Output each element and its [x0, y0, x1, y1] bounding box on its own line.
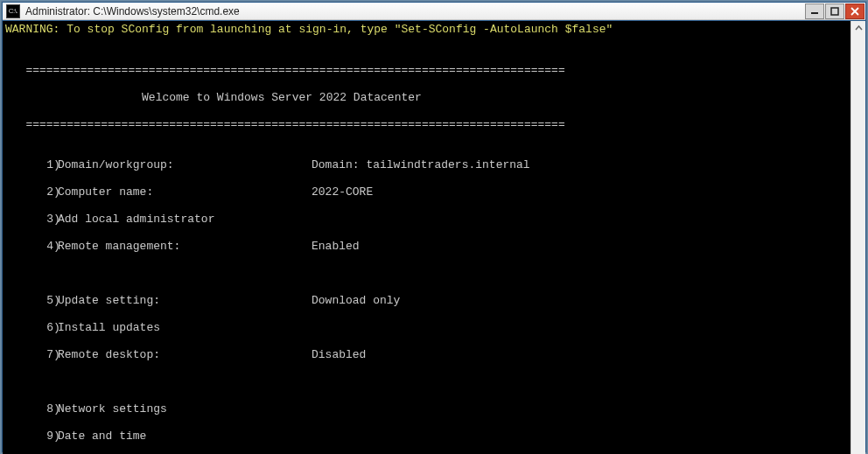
- menu-item-8[interactable]: 8)Network settings: [5, 402, 848, 416]
- menu-item-9[interactable]: 9)Date and time: [5, 430, 848, 444]
- menu-item-4[interactable]: 4)Remote management:Enabled: [5, 240, 848, 254]
- menu-number: 7): [5, 348, 58, 362]
- menu-value: 2022-CORE: [312, 185, 373, 199]
- close-button[interactable]: [845, 3, 864, 19]
- menu-value: Download only: [312, 294, 400, 308]
- menu-item-6[interactable]: 6)Install updates: [5, 321, 848, 335]
- divider-bottom: ========================================…: [5, 118, 848, 132]
- menu-label: Remote management:: [58, 240, 312, 254]
- menu-value: Disabled: [312, 348, 366, 362]
- menu-item-2[interactable]: 2)Computer name:2022-CORE: [5, 185, 848, 199]
- menu-number: 5): [5, 294, 58, 308]
- menu-item-blank-4: [5, 267, 848, 281]
- vertical-scrollbar[interactable]: [850, 21, 865, 454]
- welcome-line: Welcome to Windows Server 2022 Datacente…: [5, 91, 848, 105]
- cmd-window: C:\. Administrator: C:\Windows\system32\…: [2, 2, 866, 452]
- menu-label: Computer name:: [58, 185, 312, 199]
- menu-label: Update setting:: [58, 294, 312, 308]
- scrollbar-track[interactable]: [851, 36, 865, 454]
- menu-number: [5, 375, 58, 389]
- menu-number: 3): [5, 213, 58, 227]
- menu-number: 1): [5, 158, 58, 172]
- titlebar[interactable]: C:\. Administrator: C:\Windows\system32\…: [3, 3, 865, 20]
- menu-number: 8): [5, 402, 58, 416]
- minimize-button[interactable]: [805, 3, 824, 19]
- maximize-button[interactable]: [825, 3, 844, 19]
- menu-item-3[interactable]: 3)Add local administrator: [5, 213, 848, 227]
- menu-item-1[interactable]: 1)Domain/workgroup:Domain: tailwindtrade…: [5, 158, 848, 172]
- client-area: WARNING: To stop SConfig from launching …: [3, 20, 865, 454]
- menu-number: 2): [5, 185, 58, 199]
- menu-label: Domain/workgroup:: [58, 158, 312, 172]
- svg-rect-1: [831, 8, 838, 15]
- menu-label: Install updates: [58, 321, 312, 335]
- menu-number: [5, 267, 58, 281]
- window-controls: [805, 3, 865, 19]
- cmd-icon: C:\.: [6, 4, 20, 18]
- divider-top: ========================================…: [5, 64, 848, 78]
- window-title: Administrator: C:\Windows\system32\cmd.e…: [25, 5, 805, 17]
- menu-label: Remote desktop:: [58, 348, 312, 362]
- terminal-output[interactable]: WARNING: To stop SConfig from launching …: [3, 21, 850, 454]
- menu-label: Add local administrator: [58, 213, 312, 227]
- menu-number: 6): [5, 321, 58, 335]
- scroll-up-button[interactable]: [851, 21, 865, 36]
- menu-label: Date and time: [58, 430, 312, 444]
- menu-value: Domain: tailwindtraders.internal: [312, 158, 530, 172]
- menu-item-5[interactable]: 5)Update setting:Download only: [5, 294, 848, 308]
- menu-item-blank-8: [5, 375, 848, 389]
- menu-item-7[interactable]: 7)Remote desktop:Disabled: [5, 348, 848, 362]
- menu-number: 4): [5, 240, 58, 254]
- warning-line: WARNING: To stop SConfig from launching …: [5, 23, 848, 37]
- menu-number: 9): [5, 430, 58, 444]
- menu-value: Enabled: [312, 240, 360, 254]
- menu-label: Network settings: [58, 402, 312, 416]
